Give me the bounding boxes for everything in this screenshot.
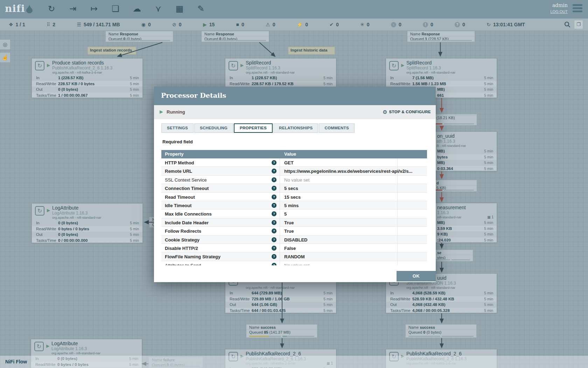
stat-value: 0 (0 bytes) <box>58 220 78 226</box>
help-icon[interactable]: ? <box>272 160 276 165</box>
stat-period: 5 min <box>323 290 332 296</box>
property-value-cell[interactable]: DISABLED <box>280 236 398 244</box>
running-status: ▶15 <box>203 22 215 27</box>
column-value: Value <box>284 151 296 157</box>
property-value-cell[interactable]: No value set <box>280 176 398 184</box>
process-group-icon[interactable]: ❏ <box>110 2 121 15</box>
connection-label-response-3[interactable]: Name ResponseQueued 1 (228.57 KB) <box>407 31 475 42</box>
property-row: Read Timeout?15 secs <box>161 193 427 201</box>
tab-settings[interactable]: SETTINGS <box>161 123 194 133</box>
connection-label-success-right[interactable]: Name successQueued 0 (0 bytes) <box>405 324 477 338</box>
template-icon[interactable]: ▦ <box>174 2 186 15</box>
property-value-cell[interactable]: 5 mins <box>280 201 398 209</box>
stat-label: Tasks/Time <box>36 238 56 244</box>
processor-icon[interactable]: ↻ <box>46 2 57 15</box>
active-threads-status: ⠿2 <box>47 22 55 27</box>
connection-label-clipped-label[interactable]: NameQueued <box>149 217 154 228</box>
output-port-icon[interactable]: ↦ <box>88 2 100 15</box>
processor-produce-station-records[interactable]: ↻▶Produce station recordsPublishKafkaRec… <box>31 58 143 98</box>
funnel-icon[interactable]: ⋎ <box>152 2 164 15</box>
property-value-cell[interactable]: 5 <box>280 210 398 218</box>
processor-type: SplitRecord 1.16.3 <box>406 66 441 70</box>
stat-value: 7 (1.56 MB) <box>412 75 434 81</box>
stat-value: MB) <box>437 220 445 226</box>
stat-row: Tasks/Time1 / 00:00:00.0675 min <box>32 93 142 98</box>
help-icon[interactable]: ? <box>272 211 276 216</box>
property-value-cell[interactable]: https://www.pegelonline.wsv.de/webservic… <box>280 167 398 175</box>
stat-row: In1 (228.57 KB)5 min <box>225 75 336 81</box>
label-ingest-station-records[interactable]: Ingest station records <box>88 47 136 55</box>
stat-value: 661 <box>437 93 444 98</box>
property-row: HTTP Method?GET <box>161 158 427 167</box>
cluster-icon: ❖ <box>9 22 13 27</box>
property-value-cell[interactable]: GET <box>280 158 398 166</box>
tab-scheduling[interactable]: SCHEDULING <box>194 123 233 133</box>
property-value-cell[interactable]: No value set <box>280 261 398 265</box>
stat-label: Read/Write <box>230 296 250 302</box>
property-value: RANDOM <box>284 254 305 259</box>
remote-process-group-icon[interactable]: ☁ <box>131 2 143 15</box>
navigate-palette-icon[interactable]: ◎ <box>0 39 10 50</box>
stat-value: 4,068 / 00:00:05.328 <box>412 308 450 314</box>
disabled-status: ⚡0 <box>297 22 308 27</box>
search-icon[interactable] <box>564 21 570 28</box>
help-icon[interactable]: ? <box>272 229 276 233</box>
global-menu-icon[interactable] <box>573 4 582 14</box>
property-value-cell[interactable]: True <box>280 218 398 226</box>
stat-period: 5 min <box>323 296 332 302</box>
help-icon[interactable]: ? <box>272 246 276 251</box>
required-field-note: Required field <box>162 139 193 144</box>
status-value: 0 <box>430 22 433 27</box>
property-name-cell: Connection Timeout? <box>161 184 280 192</box>
ok-button[interactable]: OK <box>397 271 436 281</box>
property-name-cell: Max Idle Connections? <box>161 210 280 218</box>
help-icon[interactable]: ? <box>272 177 276 182</box>
tab-relationships[interactable]: RELATIONSHIPS <box>273 123 318 133</box>
status-value: 0 <box>462 22 465 27</box>
logout-link[interactable]: LOG OUT <box>550 9 568 14</box>
stat-period: 5 min <box>484 290 493 296</box>
input-port-icon[interactable]: ⇥ <box>67 2 79 15</box>
processor-title: SplitRecord <box>406 60 432 66</box>
current-user-label: admin <box>550 2 568 8</box>
connection-name-row: Name Response <box>106 31 173 36</box>
property-value-cell[interactable]: 15 secs <box>280 193 398 201</box>
connection-label-success-mid[interactable]: Name successQueued 85 (141.37 MB) <box>246 324 317 338</box>
stat-row: Tasks/Time0 / 00:00:00.0005 min <box>32 238 142 244</box>
stat-value: 0:03.364 <box>437 166 453 172</box>
processor-details-dialog: Processor Details ▶ Running ⚙STOP & CONF… <box>154 87 436 282</box>
processor-log-attribute-mid[interactable]: ↻▶LogAttributeLogAttribute 1.16.3org.apa… <box>31 203 143 243</box>
property-value-cell[interactable]: RANDOM <box>280 252 398 260</box>
label-icon[interactable]: ✎ <box>195 2 207 15</box>
help-icon[interactable]: ? <box>272 237 276 242</box>
property-value-cell[interactable]: 5 secs <box>280 184 398 192</box>
operate-palette-icon[interactable]: ☝ <box>0 52 10 63</box>
connection-path[interactable] <box>259 42 275 56</box>
stat-value: 3.59 KB <box>437 226 452 232</box>
tab-comments[interactable]: COMMENTS <box>319 123 354 133</box>
help-icon[interactable]: ? <box>272 254 276 259</box>
property-value-cell[interactable]: True <box>280 227 398 235</box>
label-ingest-historic-data[interactable]: Ingest historic data <box>288 47 335 55</box>
stale-icon: ↑ <box>391 22 396 27</box>
help-icon[interactable]: ? <box>272 203 276 208</box>
stop-configure-button[interactable]: ⚙STOP & CONFIGURE <box>383 109 431 115</box>
backpressure-size-bar <box>442 336 474 337</box>
help-icon[interactable]: ? <box>272 195 276 199</box>
connection-label-response-2[interactable]: Name ResponseQueued 0 (0 bytes) <box>201 31 269 42</box>
property-name-cell: Attributes to Send? <box>161 261 280 265</box>
property-name: Include Date Header <box>165 220 209 225</box>
locally-modified-icon: ✳ <box>360 22 364 27</box>
cluster-status: ❖1 / 1 <box>9 22 25 27</box>
connection-name-row: Name <box>149 217 154 222</box>
breadcrumb[interactable]: NiFi Flow <box>5 359 27 364</box>
property-value-cell[interactable]: False <box>280 244 398 252</box>
help-icon[interactable]: ? <box>272 220 276 225</box>
help-icon[interactable]: ? <box>272 186 276 191</box>
hide-palette-toggle-icon[interactable]: ❐ <box>574 20 583 29</box>
connection-label-response-1[interactable]: Name ResponseQueued 0 (0 bytes) <box>105 31 173 42</box>
tab-properties[interactable]: PROPERTIES <box>234 123 273 133</box>
help-icon[interactable]: ? <box>272 169 276 173</box>
stat-label: Read/Write <box>390 296 410 302</box>
help-icon[interactable]: ? <box>272 263 276 265</box>
